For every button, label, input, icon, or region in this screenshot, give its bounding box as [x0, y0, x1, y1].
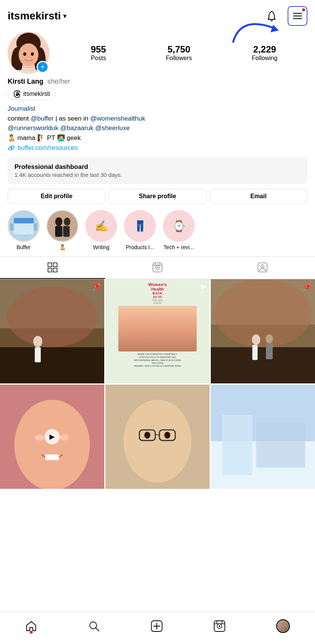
nav-home[interactable] — [25, 620, 37, 632]
tab-reels[interactable] — [105, 257, 210, 279]
add-to-story-button[interactable]: + — [37, 61, 49, 73]
tagged-icon — [257, 262, 268, 273]
grid-item-3[interactable]: 📌 — [211, 279, 315, 383]
svg-point-44 — [35, 434, 44, 440]
svg-rect-13 — [14, 218, 33, 223]
profile-top: + 955 Posts 5,750 Followers 2,229 Follow… — [8, 32, 307, 74]
svg-rect-20 — [53, 263, 57, 267]
content-tab-bar — [0, 256, 315, 279]
tech-highlight-icon: ⌚ — [172, 220, 186, 232]
nav-reels[interactable] — [213, 620, 226, 632]
svg-point-6 — [19, 43, 38, 66]
tab-grid[interactable] — [0, 257, 105, 279]
header: itsmekirsti ▾ — [0, 0, 315, 29]
bio-bazaar-link[interactable]: @bazaaruk — [60, 124, 93, 132]
bio-journalist-link[interactable]: Journalist — [8, 105, 35, 112]
bottom-nav — [0, 612, 315, 644]
svg-rect-17 — [55, 226, 62, 237]
svg-point-65 — [219, 625, 220, 627]
svg-point-27 — [261, 265, 264, 268]
bio-text: Journalist content @buffer | as seen in … — [8, 104, 307, 143]
highlight-item-tech[interactable]: ⌚ Tech + revi... — [163, 210, 195, 250]
nav-profile-avatar — [276, 619, 290, 633]
highlight-label-products: Products I... — [126, 244, 154, 250]
svg-rect-18 — [63, 226, 70, 237]
professional-dashboard-card[interactable]: Professional dashboard 1.4K accounts rea… — [8, 157, 307, 184]
grid-item-6[interactable] — [211, 385, 315, 489]
svg-point-45 — [60, 434, 69, 440]
mag-tagline: BACKAT IT! — [153, 291, 162, 299]
grid-item-5[interactable] — [105, 385, 210, 489]
grid-item-4[interactable]: ▶ — [0, 385, 104, 489]
highlight-item-writing[interactable]: ✍️ Writing — [85, 210, 117, 250]
posts-label: Posts — [91, 55, 106, 61]
bio-runnersworld-link[interactable]: @runnersworlduk — [8, 124, 58, 132]
highlight-circle-writing: ✍️ — [85, 210, 117, 242]
highlight-circle-tech: ⌚ — [163, 210, 195, 242]
edit-profile-button[interactable]: Edit profile — [8, 189, 105, 204]
highlight-circle-products: 👖 — [124, 210, 156, 242]
grid-image-5 — [105, 385, 210, 489]
bio-womenshealth-link[interactable]: @womenshealthuk — [90, 115, 145, 122]
grid-item-2[interactable]: Women'sHealth BACKAT IT! THE SEXISSUE IN… — [105, 279, 210, 383]
menu-line-2 — [293, 16, 302, 16]
following-stat[interactable]: 2,229 Following — [252, 44, 278, 62]
avatar-container[interactable]: + — [8, 32, 49, 74]
grid-item-1[interactable]: 📌 — [0, 279, 104, 383]
bio-buffer-link[interactable]: @buffer — [31, 115, 54, 122]
pin-icon-3: 📌 — [302, 282, 312, 291]
grid-image-1 — [0, 279, 104, 383]
grid-image-6 — [211, 385, 315, 489]
bio-sheerluxe-link[interactable]: @sheerluxe — [95, 124, 130, 132]
mag-header: Women'sHealth — [148, 282, 167, 291]
highlight-item-products[interactable]: 👖 Products I... — [124, 210, 156, 250]
svg-rect-57 — [256, 422, 305, 467]
nav-profile[interactable] — [276, 619, 290, 633]
nav-create[interactable] — [151, 620, 163, 632]
highlight-image-emoji — [47, 210, 78, 242]
play-icon-4[interactable]: ▶ — [45, 429, 60, 444]
svg-rect-22 — [53, 268, 57, 272]
svg-rect-41 — [266, 343, 273, 359]
highlight-item-emoji[interactable]: 🧑‍🍼 — [46, 210, 78, 250]
svg-point-53 — [164, 432, 170, 439]
nav-search[interactable] — [88, 620, 100, 632]
tab-tagged[interactable] — [210, 257, 315, 279]
pronouns: she/her — [47, 78, 70, 85]
posts-stat[interactable]: 955 Posts — [91, 44, 106, 62]
profile-section: + 955 Posts 5,750 Followers 2,229 Follow… — [0, 29, 315, 74]
link-icon — [8, 144, 15, 152]
threads-badge[interactable]: itsmekirsti — [8, 88, 56, 100]
highlight-label-writing: Writing — [93, 244, 109, 250]
search-icon — [88, 620, 100, 632]
menu-line-1 — [293, 13, 302, 14]
website-link[interactable]: buffer.com/resources — [8, 144, 307, 152]
svg-rect-46 — [45, 455, 59, 460]
svg-point-36 — [214, 279, 312, 347]
bio-section: Kirsti Lang she/her itsmekirsti Journali… — [0, 74, 315, 152]
highlight-item-buffer[interactable]: Buffer — [8, 210, 40, 250]
menu-notification-dot — [302, 8, 305, 11]
username[interactable]: itsmekirsti — [8, 10, 61, 22]
highlight-label-buffer: Buffer — [16, 244, 30, 250]
header-icons — [263, 6, 307, 26]
share-profile-button[interactable]: Share profile — [108, 189, 206, 204]
svg-point-14 — [47, 211, 78, 241]
svg-point-32 — [33, 336, 42, 347]
notification-icon[interactable] — [263, 8, 280, 24]
pin-icon-1: 📌 — [92, 282, 101, 291]
svg-rect-31 — [0, 347, 104, 383]
svg-rect-37 — [211, 347, 315, 383]
menu-button[interactable] — [288, 6, 307, 26]
email-button[interactable]: Email — [210, 189, 307, 204]
svg-point-30 — [7, 287, 97, 347]
followers-stat[interactable]: 5,750 Followers — [166, 44, 192, 62]
create-icon — [151, 620, 163, 632]
highlight-circle-emoji — [46, 210, 78, 242]
svg-point-7 — [23, 52, 26, 56]
svg-line-59 — [96, 628, 99, 631]
svg-point-16 — [64, 218, 70, 226]
chevron-down-icon[interactable]: ▾ — [63, 12, 67, 20]
mag-model-image — [118, 306, 197, 351]
svg-rect-56 — [222, 415, 252, 475]
